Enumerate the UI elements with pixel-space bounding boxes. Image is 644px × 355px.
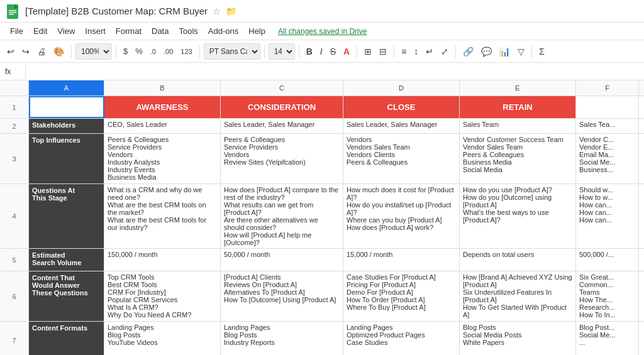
decimal-decrease-button[interactable]: .0: [147, 45, 159, 58]
document-title: [Template] B2B Customer Map: CRM Buyer: [25, 6, 208, 16]
cell-f1[interactable]: [576, 96, 639, 118]
currency-button[interactable]: $: [120, 44, 131, 58]
cell-a4[interactable]: Questions At This Stage: [29, 184, 104, 248]
col-header-f[interactable]: F: [576, 80, 639, 96]
col-header-d[interactable]: D: [343, 80, 460, 96]
cell-c6[interactable]: [Product A] Clients Reviews On [Product …: [221, 271, 343, 321]
fontsize-select[interactable]: 14: [269, 43, 295, 60]
bold-button[interactable]: B: [303, 44, 316, 59]
cell-e6[interactable]: How [Brand A] Achieved XYZ Using [Produc…: [460, 271, 576, 321]
italic-button[interactable]: I: [317, 44, 326, 59]
menu-data[interactable]: Data: [147, 24, 174, 38]
filter-button[interactable]: ▽: [514, 44, 528, 59]
cell-d5[interactable]: 15,000 / month: [343, 249, 460, 271]
cell-f3[interactable]: Vendor C... Vendor E... Email Ma... Soci…: [576, 134, 639, 183]
row-num-2: 2: [0, 119, 29, 133]
cell-c1[interactable]: CONSIDERATION: [221, 96, 343, 118]
row-num-1: 1: [0, 96, 29, 118]
cell-b6[interactable]: Top CRM Tools Best CRM Tools CRM For [In…: [104, 271, 221, 321]
cell-b3[interactable]: Peers & Colleagues Service Providers Ven…: [104, 134, 221, 183]
cell-b2[interactable]: CEO, Sales Leader: [104, 119, 221, 133]
toolbar-separator-6: [357, 45, 357, 58]
cell-e3[interactable]: Vendor Customer Success Team Vendor Sale…: [460, 134, 576, 183]
svg-rect-2: [9, 10, 16, 11]
paint-format-button[interactable]: 🎨: [50, 44, 67, 59]
col-header-a[interactable]: A: [29, 80, 104, 96]
cell-c3[interactable]: Peers & Colleagues Service Providers Ven…: [221, 134, 343, 183]
cell-a5[interactable]: Estimated Search Volume: [29, 249, 104, 271]
chart-button[interactable]: 📊: [496, 44, 513, 59]
comment-button[interactable]: 💬: [478, 44, 495, 59]
cell-e1[interactable]: RETAIN: [460, 96, 576, 118]
rotate-button[interactable]: ⤢: [438, 44, 452, 59]
cell-a7[interactable]: Content Formats: [29, 322, 104, 355]
cell-e2[interactable]: Sales Team: [460, 119, 576, 133]
toolbar-separator-5: [299, 45, 299, 58]
valign-button[interactable]: ↕: [411, 44, 421, 59]
menu-file[interactable]: File: [5, 24, 28, 38]
formula-separator: [25, 65, 26, 78]
table-row: 1 AWARENESS CONSIDERATION CLOSE RETAIN: [0, 96, 644, 119]
star-icon[interactable]: ☆: [213, 6, 221, 16]
text-color-button[interactable]: A: [340, 44, 353, 59]
borders-button[interactable]: ⊞: [361, 44, 375, 59]
cell-e5[interactable]: Depends on total users: [460, 249, 576, 271]
zoom-select[interactable]: 100%: [75, 43, 112, 60]
cell-d2[interactable]: Sales Leader, Sales Manager: [343, 119, 460, 133]
merge-button[interactable]: ⊟: [376, 44, 390, 59]
cell-b1[interactable]: AWARENESS: [104, 96, 221, 118]
font-select[interactable]: PT Sans Ca...: [204, 43, 260, 60]
redo-button[interactable]: ↪: [19, 44, 33, 59]
formula-input[interactable]: [31, 67, 639, 76]
menu-help[interactable]: Help: [243, 24, 270, 38]
align-button[interactable]: ≡: [398, 44, 409, 59]
cell-d4[interactable]: How much does it cost for [Product A]? H…: [343, 184, 460, 248]
cell-a1[interactable]: [29, 96, 104, 118]
cell-a3[interactable]: Top Influences: [29, 134, 104, 183]
cell-b7[interactable]: Landing Pages Blog Posts YouTube Videos: [104, 322, 221, 355]
toolbar-separator-9: [531, 45, 532, 58]
col-header-e[interactable]: E: [460, 80, 576, 96]
cell-c2[interactable]: Sales Leader, Sales Manager: [221, 119, 343, 133]
cell-c7[interactable]: Landing Pages Blog Posts Industry Report…: [221, 322, 343, 355]
table-row: 3 Top Influences Peers & Colleagues Serv…: [0, 134, 644, 184]
strikethrough-button[interactable]: S: [327, 44, 339, 59]
cell-c4[interactable]: How does [Product A] compare to the rest…: [221, 184, 343, 248]
format-123-button[interactable]: 123: [177, 45, 195, 58]
cell-e4[interactable]: How do you use [Product A]? How do you […: [460, 184, 576, 248]
function-button[interactable]: Σ: [536, 44, 548, 59]
percent-button[interactable]: %: [132, 44, 146, 58]
cell-d6[interactable]: Case Studies For [Product A] Pricing For…: [343, 271, 460, 321]
cell-a6[interactable]: Content That Would Answer These Question…: [29, 271, 104, 321]
cell-f4[interactable]: Should w... How to w... How can... How c…: [576, 184, 639, 248]
col-header-b[interactable]: B: [104, 80, 221, 96]
menu-view[interactable]: View: [52, 24, 80, 38]
menu-edit[interactable]: Edit: [28, 24, 52, 38]
table-row: 6 Content That Would Answer These Questi…: [0, 271, 644, 322]
menu-bar: File Edit View Insert Format Data Tools …: [0, 23, 644, 40]
menu-addons[interactable]: Add-ons: [203, 24, 243, 38]
print-button[interactable]: 🖨: [34, 44, 49, 59]
cell-f2[interactable]: Sales Tea...: [576, 119, 639, 133]
cell-b4[interactable]: What is a CRM and why do we need one? Wh…: [104, 184, 221, 248]
cell-d7[interactable]: Landing Pages Optimized Product Pages Ca…: [343, 322, 460, 355]
menu-tools[interactable]: Tools: [174, 24, 203, 38]
cell-f6[interactable]: Six Great... Common... Teams How The... …: [576, 271, 639, 321]
cell-d1[interactable]: CLOSE: [343, 96, 460, 118]
cell-e7[interactable]: Blog Posts Social Media Posts White Pape…: [460, 322, 576, 355]
cell-f5[interactable]: 500,000 /...: [576, 249, 639, 271]
cell-b5[interactable]: 150,000 / month: [104, 249, 221, 271]
link-button[interactable]: 🔗: [460, 44, 477, 59]
undo-button[interactable]: ↩: [4, 44, 18, 59]
cell-c5[interactable]: 50,000 / month: [221, 249, 343, 271]
cell-a2[interactable]: Stakeholders: [29, 119, 104, 133]
folder-icon[interactable]: 📁: [226, 6, 236, 16]
cell-f7[interactable]: Blog Post... Social Me... ...: [576, 322, 639, 355]
svg-rect-4: [9, 14, 14, 15]
wrap-button[interactable]: ↵: [423, 44, 436, 59]
menu-insert[interactable]: Insert: [80, 24, 111, 38]
menu-format[interactable]: Format: [111, 24, 147, 38]
cell-d3[interactable]: Vendors Vendors Sales Team Vendors Clien…: [343, 134, 460, 183]
col-header-c[interactable]: C: [221, 80, 343, 96]
decimal-increase-button[interactable]: .00: [160, 45, 176, 58]
